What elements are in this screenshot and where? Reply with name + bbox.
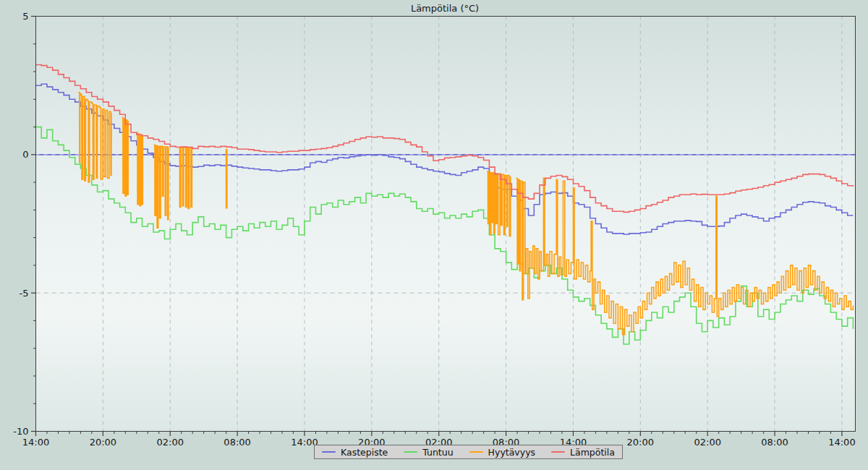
x-tick-label: 14:00 [828, 437, 855, 448]
legend-swatch-icon [469, 451, 483, 453]
legend-item-kastepiste: Kastepiste [322, 447, 388, 458]
x-tick-label: 08:00 [761, 437, 788, 448]
chart-legend: KastepisteTuntuuHyytävyysLämpötila [314, 445, 623, 459]
legend-label: Hyytävyys [488, 447, 535, 458]
x-tick-label: 14:00 [22, 437, 49, 448]
legend-item-hyyt-vyys: Hyytävyys [469, 447, 535, 458]
y-tick-label: 0 [22, 149, 28, 160]
x-tick-label: 08:00 [224, 437, 250, 448]
legend-item-l-mp-tila: Lämpötila [551, 447, 615, 458]
legend-swatch-icon [322, 451, 336, 453]
x-tick-label: 20:00 [90, 437, 116, 448]
legend-item-tuntuu: Tuntuu [404, 447, 453, 458]
y-tick-label: -10 [13, 426, 28, 437]
x-tick-label: 20:00 [627, 437, 654, 448]
weather-chart-window: Lämpötila (°C) 14:0020:0002:0008:0014:00… [0, 0, 868, 470]
legend-label: Lämpötila [570, 447, 615, 458]
x-tick-label: 02:00 [694, 437, 720, 448]
x-tick-label: 02:00 [157, 437, 184, 448]
temperature-chart: 14:0020:0002:0008:0014:0020:0002:0008:00… [0, 0, 868, 470]
legend-label: Kastepiste [341, 447, 388, 458]
legend-swatch-icon [404, 451, 417, 453]
legend-label: Tuntuu [422, 447, 453, 458]
y-tick-label: 5 [22, 11, 28, 22]
legend-swatch-icon [551, 451, 565, 453]
y-tick-label: -5 [20, 288, 29, 299]
